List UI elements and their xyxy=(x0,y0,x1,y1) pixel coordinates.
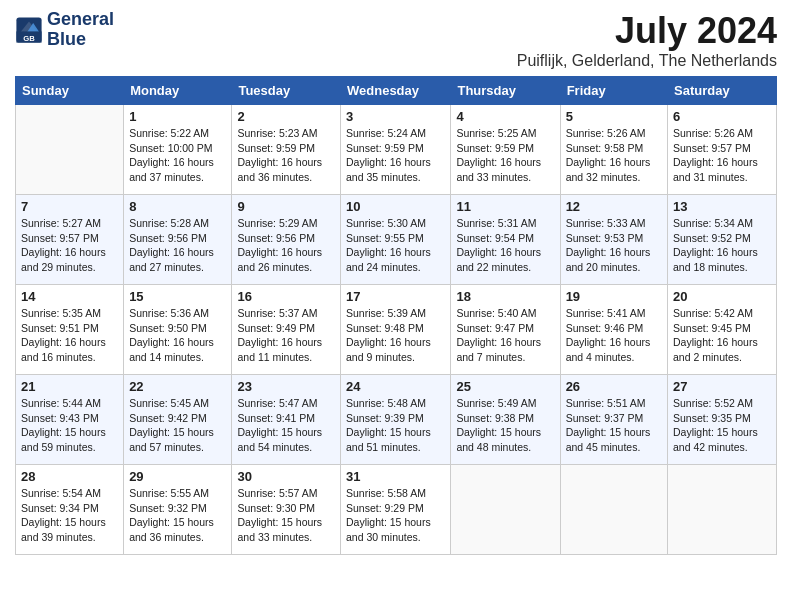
day-number: 5 xyxy=(566,109,662,124)
calendar-cell: 25Sunrise: 5:49 AMSunset: 9:38 PMDayligh… xyxy=(451,375,560,465)
day-info: Sunrise: 5:55 AMSunset: 9:32 PMDaylight:… xyxy=(129,486,226,545)
svg-text:GB: GB xyxy=(23,33,35,42)
day-info: Sunrise: 5:23 AMSunset: 9:59 PMDaylight:… xyxy=(237,126,335,185)
day-info: Sunrise: 5:28 AMSunset: 9:56 PMDaylight:… xyxy=(129,216,226,275)
day-number: 21 xyxy=(21,379,118,394)
calendar-cell: 20Sunrise: 5:42 AMSunset: 9:45 PMDayligh… xyxy=(668,285,777,375)
calendar-week-4: 21Sunrise: 5:44 AMSunset: 9:43 PMDayligh… xyxy=(16,375,777,465)
calendar-cell: 16Sunrise: 5:37 AMSunset: 9:49 PMDayligh… xyxy=(232,285,341,375)
day-info: Sunrise: 5:24 AMSunset: 9:59 PMDaylight:… xyxy=(346,126,445,185)
calendar-cell xyxy=(16,105,124,195)
day-info: Sunrise: 5:34 AMSunset: 9:52 PMDaylight:… xyxy=(673,216,771,275)
calendar-header-row: SundayMondayTuesdayWednesdayThursdayFrid… xyxy=(16,77,777,105)
logo-line2: Blue xyxy=(47,30,114,50)
day-number: 13 xyxy=(673,199,771,214)
calendar-cell: 22Sunrise: 5:45 AMSunset: 9:42 PMDayligh… xyxy=(124,375,232,465)
day-number: 7 xyxy=(21,199,118,214)
day-number: 17 xyxy=(346,289,445,304)
header-friday: Friday xyxy=(560,77,667,105)
day-number: 9 xyxy=(237,199,335,214)
day-number: 12 xyxy=(566,199,662,214)
day-number: 19 xyxy=(566,289,662,304)
calendar-cell xyxy=(560,465,667,555)
header-monday: Monday xyxy=(124,77,232,105)
day-info: Sunrise: 5:22 AMSunset: 10:00 PMDaylight… xyxy=(129,126,226,185)
logo: GB General Blue xyxy=(15,10,114,50)
day-info: Sunrise: 5:44 AMSunset: 9:43 PMDaylight:… xyxy=(21,396,118,455)
day-number: 18 xyxy=(456,289,554,304)
day-info: Sunrise: 5:26 AMSunset: 9:58 PMDaylight:… xyxy=(566,126,662,185)
calendar-cell: 14Sunrise: 5:35 AMSunset: 9:51 PMDayligh… xyxy=(16,285,124,375)
calendar-cell: 21Sunrise: 5:44 AMSunset: 9:43 PMDayligh… xyxy=(16,375,124,465)
calendar-cell: 31Sunrise: 5:58 AMSunset: 9:29 PMDayligh… xyxy=(341,465,451,555)
logo-icon: GB xyxy=(15,16,43,44)
day-number: 1 xyxy=(129,109,226,124)
calendar-cell: 30Sunrise: 5:57 AMSunset: 9:30 PMDayligh… xyxy=(232,465,341,555)
calendar-cell: 6Sunrise: 5:26 AMSunset: 9:57 PMDaylight… xyxy=(668,105,777,195)
calendar-cell: 27Sunrise: 5:52 AMSunset: 9:35 PMDayligh… xyxy=(668,375,777,465)
day-number: 22 xyxy=(129,379,226,394)
day-number: 28 xyxy=(21,469,118,484)
day-info: Sunrise: 5:47 AMSunset: 9:41 PMDaylight:… xyxy=(237,396,335,455)
day-info: Sunrise: 5:45 AMSunset: 9:42 PMDaylight:… xyxy=(129,396,226,455)
day-info: Sunrise: 5:58 AMSunset: 9:29 PMDaylight:… xyxy=(346,486,445,545)
location-title: Puiflijk, Gelderland, The Netherlands xyxy=(517,52,777,70)
day-info: Sunrise: 5:51 AMSunset: 9:37 PMDaylight:… xyxy=(566,396,662,455)
header-wednesday: Wednesday xyxy=(341,77,451,105)
calendar-cell: 10Sunrise: 5:30 AMSunset: 9:55 PMDayligh… xyxy=(341,195,451,285)
day-info: Sunrise: 5:35 AMSunset: 9:51 PMDaylight:… xyxy=(21,306,118,365)
day-number: 3 xyxy=(346,109,445,124)
day-info: Sunrise: 5:48 AMSunset: 9:39 PMDaylight:… xyxy=(346,396,445,455)
calendar-week-3: 14Sunrise: 5:35 AMSunset: 9:51 PMDayligh… xyxy=(16,285,777,375)
calendar-table: SundayMondayTuesdayWednesdayThursdayFrid… xyxy=(15,76,777,555)
calendar-cell: 17Sunrise: 5:39 AMSunset: 9:48 PMDayligh… xyxy=(341,285,451,375)
calendar-cell: 19Sunrise: 5:41 AMSunset: 9:46 PMDayligh… xyxy=(560,285,667,375)
calendar-cell xyxy=(668,465,777,555)
calendar-cell: 18Sunrise: 5:40 AMSunset: 9:47 PMDayligh… xyxy=(451,285,560,375)
calendar-cell: 9Sunrise: 5:29 AMSunset: 9:56 PMDaylight… xyxy=(232,195,341,285)
header-thursday: Thursday xyxy=(451,77,560,105)
day-number: 10 xyxy=(346,199,445,214)
day-info: Sunrise: 5:25 AMSunset: 9:59 PMDaylight:… xyxy=(456,126,554,185)
calendar-cell: 26Sunrise: 5:51 AMSunset: 9:37 PMDayligh… xyxy=(560,375,667,465)
calendar-week-2: 7Sunrise: 5:27 AMSunset: 9:57 PMDaylight… xyxy=(16,195,777,285)
calendar-cell: 12Sunrise: 5:33 AMSunset: 9:53 PMDayligh… xyxy=(560,195,667,285)
day-info: Sunrise: 5:30 AMSunset: 9:55 PMDaylight:… xyxy=(346,216,445,275)
calendar-week-5: 28Sunrise: 5:54 AMSunset: 9:34 PMDayligh… xyxy=(16,465,777,555)
logo-line1: General xyxy=(47,10,114,30)
calendar-cell: 5Sunrise: 5:26 AMSunset: 9:58 PMDaylight… xyxy=(560,105,667,195)
calendar-cell: 1Sunrise: 5:22 AMSunset: 10:00 PMDayligh… xyxy=(124,105,232,195)
calendar-cell: 11Sunrise: 5:31 AMSunset: 9:54 PMDayligh… xyxy=(451,195,560,285)
day-number: 24 xyxy=(346,379,445,394)
day-number: 23 xyxy=(237,379,335,394)
day-info: Sunrise: 5:54 AMSunset: 9:34 PMDaylight:… xyxy=(21,486,118,545)
day-number: 20 xyxy=(673,289,771,304)
day-number: 29 xyxy=(129,469,226,484)
day-number: 2 xyxy=(237,109,335,124)
day-info: Sunrise: 5:27 AMSunset: 9:57 PMDaylight:… xyxy=(21,216,118,275)
header-saturday: Saturday xyxy=(668,77,777,105)
day-number: 4 xyxy=(456,109,554,124)
day-info: Sunrise: 5:29 AMSunset: 9:56 PMDaylight:… xyxy=(237,216,335,275)
day-info: Sunrise: 5:26 AMSunset: 9:57 PMDaylight:… xyxy=(673,126,771,185)
day-info: Sunrise: 5:57 AMSunset: 9:30 PMDaylight:… xyxy=(237,486,335,545)
day-number: 6 xyxy=(673,109,771,124)
day-info: Sunrise: 5:33 AMSunset: 9:53 PMDaylight:… xyxy=(566,216,662,275)
day-number: 26 xyxy=(566,379,662,394)
calendar-cell: 13Sunrise: 5:34 AMSunset: 9:52 PMDayligh… xyxy=(668,195,777,285)
day-number: 11 xyxy=(456,199,554,214)
calendar-cell: 15Sunrise: 5:36 AMSunset: 9:50 PMDayligh… xyxy=(124,285,232,375)
page-header: GB General Blue July 2024 Puiflijk, Geld… xyxy=(15,10,777,70)
day-number: 25 xyxy=(456,379,554,394)
day-number: 31 xyxy=(346,469,445,484)
day-info: Sunrise: 5:36 AMSunset: 9:50 PMDaylight:… xyxy=(129,306,226,365)
day-info: Sunrise: 5:39 AMSunset: 9:48 PMDaylight:… xyxy=(346,306,445,365)
calendar-cell: 4Sunrise: 5:25 AMSunset: 9:59 PMDaylight… xyxy=(451,105,560,195)
calendar-cell xyxy=(451,465,560,555)
day-info: Sunrise: 5:40 AMSunset: 9:47 PMDaylight:… xyxy=(456,306,554,365)
calendar-cell: 8Sunrise: 5:28 AMSunset: 9:56 PMDaylight… xyxy=(124,195,232,285)
header-tuesday: Tuesday xyxy=(232,77,341,105)
day-number: 8 xyxy=(129,199,226,214)
calendar-cell: 2Sunrise: 5:23 AMSunset: 9:59 PMDaylight… xyxy=(232,105,341,195)
day-number: 27 xyxy=(673,379,771,394)
